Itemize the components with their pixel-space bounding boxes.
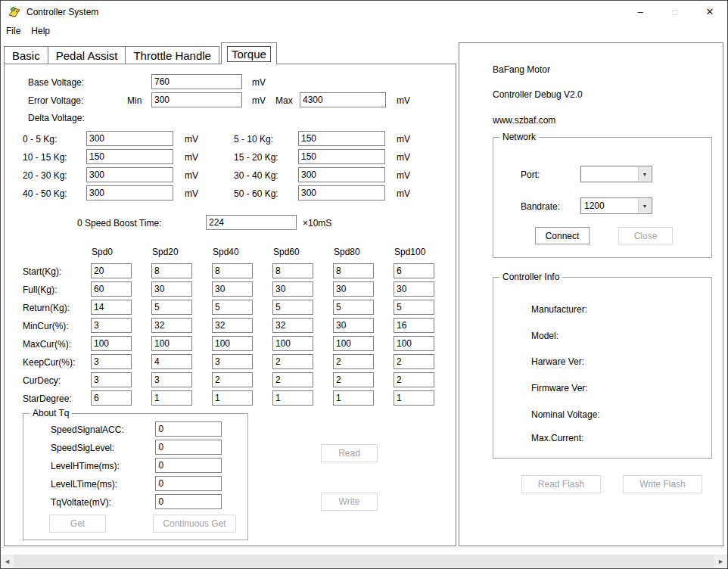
speed-param-input[interactable] [212, 281, 253, 297]
scroll-left-icon[interactable]: ◄ [1, 555, 14, 567]
menu-help[interactable]: Help [26, 23, 55, 39]
delta-voltage-input[interactable] [86, 131, 173, 146]
speed-param-input[interactable] [151, 390, 192, 406]
delta-voltage-input[interactable] [298, 185, 385, 201]
level-l-time-input[interactable] [155, 476, 222, 491]
hardware-ver-label: Harware Ver: [531, 356, 584, 367]
speed-param-input[interactable] [272, 300, 313, 315]
error-voltage-max-input[interactable] [300, 92, 386, 107]
speed-param-input[interactable] [91, 372, 132, 387]
speed-param-input[interactable] [151, 263, 192, 278]
base-voltage-input[interactable] [151, 74, 242, 89]
speed-param-input[interactable] [394, 300, 434, 315]
speed-param-input[interactable] [272, 281, 313, 297]
speed-param-input[interactable] [333, 300, 374, 315]
read-button: Read [321, 444, 378, 462]
speed-param-input[interactable] [394, 336, 434, 351]
tq-voltage-input[interactable] [155, 494, 222, 509]
max-label: Max [275, 95, 293, 106]
tab-basic[interactable]: Basic [4, 46, 48, 64]
speed-param-input[interactable] [272, 263, 313, 278]
speed-param-input[interactable] [394, 390, 434, 406]
close-icon[interactable]: ✕ [692, 1, 727, 23]
speed-param-input[interactable] [91, 281, 132, 297]
level-h-time-input[interactable] [155, 458, 222, 473]
speed-param-input[interactable] [91, 318, 132, 333]
speed-param-input[interactable] [272, 390, 313, 406]
speed-param-input[interactable] [333, 318, 374, 333]
continuous-get-button: Continuous Get [153, 515, 236, 533]
speed-param-input[interactable] [212, 390, 253, 406]
speed-param-input[interactable] [394, 281, 434, 297]
speed-param-input[interactable] [333, 281, 374, 297]
tab-throttle-handle-label: Throttle Handle [133, 49, 211, 62]
chevron-down-icon[interactable]: ▼ [638, 199, 651, 213]
tab-torque[interactable]: Torque [221, 42, 277, 64]
read-flash-button: Read Flash [521, 475, 601, 493]
column-header: Spd40 [212, 245, 272, 263]
speed-param-input[interactable] [91, 336, 132, 351]
column-header: Spd20 [151, 245, 212, 263]
delta-voltage-input[interactable] [298, 131, 385, 146]
speed-param-input[interactable] [151, 336, 192, 351]
speed-param-input[interactable] [212, 300, 253, 315]
speed-param-input[interactable] [333, 263, 374, 278]
delta-voltage-input[interactable] [86, 149, 173, 164]
app-icon [8, 5, 21, 19]
speed-param-input[interactable] [333, 336, 374, 351]
speed-param-input[interactable] [212, 354, 253, 369]
boost-time-input[interactable] [206, 215, 297, 230]
speed-param-input[interactable] [394, 354, 434, 369]
speed-param-input[interactable] [212, 318, 253, 333]
scroll-right-icon[interactable]: ► [714, 555, 727, 567]
speed-param-input[interactable] [91, 354, 132, 369]
speed-param-input[interactable] [91, 263, 132, 278]
tab-throttle-handle[interactable]: Throttle Handle [125, 46, 219, 64]
port-select[interactable]: ▼ [580, 166, 652, 182]
delta-voltage-input[interactable] [298, 167, 385, 182]
firmware-ver-label: Firmware Ver: [531, 383, 588, 393]
speed-sig-level-input[interactable] [155, 440, 222, 455]
scrollbar-thumb[interactable] [14, 555, 714, 567]
menu-file[interactable]: File [1, 23, 26, 39]
horizontal-scrollbar[interactable]: ◄ ► [1, 555, 727, 567]
speed-param-input[interactable] [212, 372, 253, 387]
unit-label: mV [176, 185, 234, 204]
speed-param-input[interactable] [272, 354, 313, 369]
speed-param-input[interactable] [212, 336, 253, 351]
delta-voltage-input[interactable] [298, 149, 385, 164]
speed-param-input[interactable] [333, 372, 374, 387]
error-voltage-min-input[interactable] [151, 92, 242, 107]
speed-param-input[interactable] [212, 263, 253, 278]
speed-param-input[interactable] [272, 336, 313, 351]
bandrate-select[interactable]: 1200 ▼ [580, 197, 652, 214]
speed-param-input[interactable] [333, 354, 374, 369]
delta-voltage-input[interactable] [86, 185, 173, 201]
delta-range-label: 30 - 40 Kg: [234, 167, 298, 185]
speed-param-input[interactable] [151, 300, 192, 315]
speed-param-input[interactable] [272, 372, 313, 387]
about-tq-group: About Tq SpeedSignalACC: SpeedSigLevel: … [23, 413, 248, 540]
speed-param-input[interactable] [91, 300, 132, 315]
speed-param-input[interactable] [151, 281, 192, 297]
speed-param-input[interactable] [151, 318, 192, 333]
minimize-icon[interactable]: – [623, 1, 658, 23]
speed-param-input[interactable] [394, 263, 434, 278]
maximize-icon: □ [658, 1, 692, 23]
torque-tab-page: Base Voltage: mV Error Voltage: Min mV M… [4, 64, 456, 546]
speed-signal-acc-input[interactable] [155, 421, 222, 437]
speed-param-input[interactable] [394, 318, 434, 333]
speed-param-input[interactable] [333, 390, 374, 406]
unit-label: mV [388, 167, 418, 185]
speed-param-input[interactable] [394, 372, 434, 387]
tab-pedal-assist[interactable]: Pedal Assist [48, 46, 126, 64]
delta-voltage-input[interactable] [86, 167, 173, 182]
field-label: LevelLTime(ms): [51, 476, 152, 490]
chevron-down-icon[interactable]: ▼ [638, 167, 651, 181]
speed-param-input[interactable] [151, 354, 192, 369]
speed-param-input[interactable] [151, 372, 192, 387]
speed-param-input[interactable] [272, 318, 313, 333]
speed-param-input[interactable] [91, 390, 132, 406]
about-field-row: TqVoltate(mV): [51, 494, 222, 512]
connect-button[interactable]: Connect [535, 227, 590, 244]
